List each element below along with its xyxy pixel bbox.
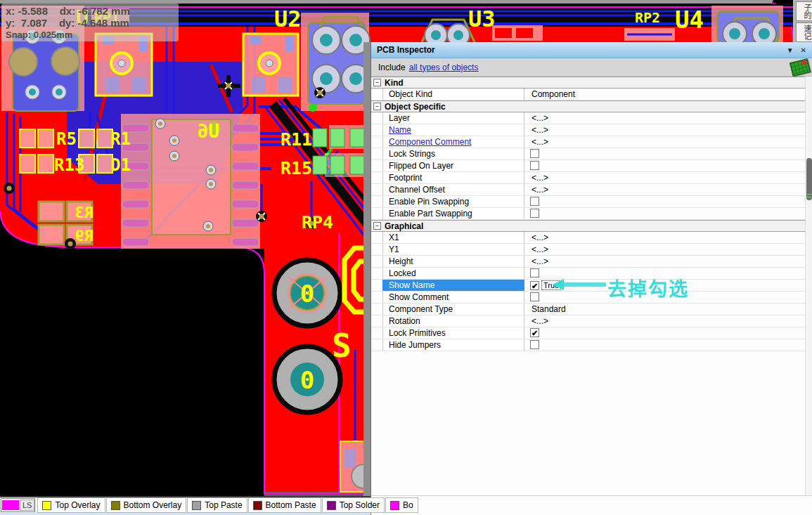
close-icon[interactable]: ✕: [801, 46, 806, 54]
checkbox[interactable]: [530, 149, 539, 158]
hole-label-bottom: 0: [300, 366, 314, 394]
prop-row-enable-part-swapping[interactable]: Enable Part Swapping: [371, 208, 812, 220]
panel-menu-icon[interactable]: ▼: [787, 46, 794, 54]
designator-u2[interactable]: U2: [274, 6, 302, 32]
status-y-readout: y: 7.087 dy: -4.648 mm: [6, 17, 174, 29]
section-label: Object Specific: [385, 102, 446, 112]
component-ic-u6[interactable]: [121, 114, 260, 249]
designator-u4[interactable]: U4: [675, 6, 704, 34]
prop-row-footprint[interactable]: Footprint <...>: [371, 172, 812, 184]
prop-row-name[interactable]: Name <...>: [371, 124, 812, 136]
prop-row-flipped-on-layer[interactable]: Flipped On Layer: [371, 160, 812, 172]
prop-value[interactable]: <...>: [531, 233, 548, 242]
layer-color-swatch: [390, 501, 399, 510]
prop-value[interactable]: <...>: [531, 256, 548, 266]
checkbox[interactable]: [530, 197, 539, 206]
layer-tab-bottom-paste[interactable]: Bottom Paste: [248, 497, 321, 513]
include-types-link[interactable]: all types of objects: [409, 63, 479, 72]
designator-rp4[interactable]: RP4: [302, 212, 333, 233]
prop-value[interactable]: Component: [531, 89, 575, 99]
prop-row-hide-jumpers[interactable]: Hide Jumpers: [371, 339, 812, 351]
layer-color-swatch: [192, 501, 201, 510]
designator-r5[interactable]: R5: [56, 129, 77, 149]
collapse-icon[interactable]: −: [373, 79, 381, 86]
property-grid: − Kind Object Kind Component − Object Sp…: [371, 77, 812, 351]
scrollbar-thumb[interactable]: [806, 158, 812, 200]
prop-row-x1[interactable]: X1 <...>: [371, 232, 812, 244]
pcb-inspector-panel: PCB Inspector ▼ ✕ Include all types of o…: [370, 42, 812, 515]
pcb-board-icon: [790, 58, 811, 77]
section-kind[interactable]: − Kind: [371, 77, 812, 89]
prop-row-component-type[interactable]: Component Type Standard: [371, 304, 812, 315]
panel-header[interactable]: PCB Inspector ▼ ✕: [371, 42, 812, 58]
designator-u3[interactable]: U3: [468, 6, 496, 32]
component-connector-u4[interactable]: [711, 6, 783, 46]
designator-r3-mirrored[interactable]: R3: [75, 204, 94, 221]
designator-r9-mirrored[interactable]: R9: [75, 227, 94, 245]
prop-row-rotation[interactable]: Rotation <...>: [371, 315, 812, 327]
prop-value[interactable]: <...>: [531, 245, 548, 254]
checkbox[interactable]: [530, 340, 539, 349]
layer-tab-top-paste[interactable]: Top Paste: [187, 497, 247, 513]
layer-tab-bottom-solder[interactable]: Bo: [385, 497, 418, 513]
prop-row-channel-offset[interactable]: Channel Offset <...>: [371, 184, 812, 196]
panel-splitter[interactable]: [363, 42, 370, 515]
side-tab-1[interactable]: 子的: [796, 1, 812, 21]
prop-value[interactable]: <...>: [531, 125, 548, 135]
checkbox[interactable]: [530, 268, 539, 278]
annotation-text: 去掉勾选: [607, 274, 689, 301]
include-label: Include: [378, 63, 406, 72]
designator-r1[interactable]: R1: [110, 129, 131, 149]
component-switch-1[interactable]: [96, 34, 152, 96]
status-x-readout: x: -5.588 dx: -6.782 mm: [6, 5, 174, 17]
prop-value[interactable]: <...>: [531, 173, 548, 183]
ls-button[interactable]: LS: [20, 500, 34, 511]
prop-value[interactable]: <...>: [531, 113, 548, 123]
checkbox[interactable]: [530, 292, 539, 301]
collapse-icon[interactable]: −: [373, 103, 381, 110]
designator-r11[interactable]: R11: [281, 129, 312, 150]
prop-value[interactable]: <...>: [531, 137, 548, 147]
component-connector-u2[interactable]: [301, 13, 370, 112]
current-layer-swatch: [2, 500, 19, 510]
silkscreen-letter-s: S: [332, 327, 352, 365]
prop-row-enable-pin-swapping[interactable]: Enable Pin Swapping: [371, 196, 812, 208]
panel-scrollbar[interactable]: [805, 77, 812, 495]
section-label: Graphical: [385, 221, 423, 231]
side-tab-2[interactable]: 速记: [796, 22, 812, 42]
prop-row-height[interactable]: Height <...>: [371, 256, 812, 268]
prop-value[interactable]: Standard: [531, 304, 566, 314]
include-row: Include all types of objects: [371, 58, 812, 77]
checkbox[interactable]: ✔: [530, 328, 539, 337]
layer-color-swatch: [253, 501, 262, 510]
prop-row-component-comment[interactable]: Component Comment <...>: [371, 136, 812, 148]
collapse-icon[interactable]: −: [373, 222, 381, 230]
selected-pad[interactable]: [309, 103, 317, 112]
component-switch-2[interactable]: [243, 34, 298, 96]
prop-row-object-kind[interactable]: Object Kind Component: [371, 89, 812, 100]
layer-tab-top-overlay[interactable]: Top Overlay: [37, 497, 105, 513]
checkbox[interactable]: [530, 209, 539, 218]
checkbox[interactable]: [530, 161, 539, 170]
designator-r13[interactable]: R13: [54, 155, 84, 175]
designator-d1[interactable]: D1: [110, 155, 131, 175]
prop-value[interactable]: <...>: [531, 185, 548, 195]
section-graphical[interactable]: − Graphical: [371, 220, 812, 232]
show-name-checkbox[interactable]: ✔: [530, 281, 539, 290]
panel-title: PCB Inspector: [377, 45, 780, 55]
layer-tab-top-solder[interactable]: Top Solder: [322, 497, 385, 513]
prop-row-y1[interactable]: Y1 <...>: [371, 244, 812, 256]
section-object-specific[interactable]: − Object Specific: [371, 100, 812, 112]
prop-row-lock-strings[interactable]: Lock Strings: [371, 148, 812, 160]
prop-value[interactable]: <...>: [531, 316, 548, 326]
designator-u6-mirrored[interactable]: U6: [198, 121, 219, 142]
prop-row-layer[interactable]: Layer <...>: [371, 112, 812, 124]
annotation: 去掉勾选: [553, 274, 806, 298]
designator-rp2[interactable]: RP2: [635, 9, 660, 26]
layer-color-swatch: [42, 501, 51, 510]
current-layer-indicator[interactable]: LS: [1, 498, 35, 512]
designator-r15[interactable]: R15: [281, 158, 312, 178]
layer-tab-bottom-overlay[interactable]: Bottom Overlay: [106, 497, 187, 513]
prop-row-lock-primitives[interactable]: Lock Primitives ✔: [371, 327, 812, 339]
altium-pcb-editor: U RP1 U2 U3 RP2 U4 R5 R1 R13 D1 R11 R15 …: [0, 0, 812, 515]
